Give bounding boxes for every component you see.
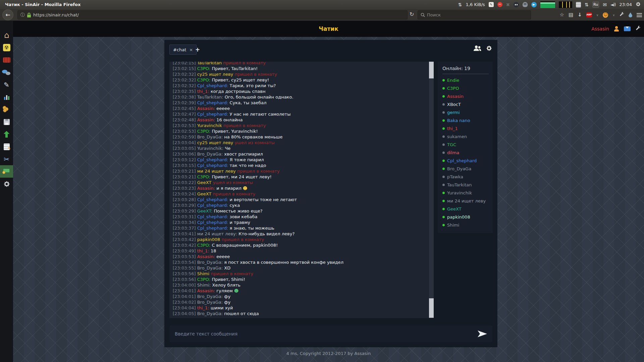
message-username[interactable]: Cpl_shephard: [197, 214, 228, 219]
discord-icon[interactable] [514, 2, 519, 7]
adblock-tray-icon[interactable]: − [497, 2, 502, 7]
message-username[interactable]: ми 24 ищет леву: [197, 231, 237, 236]
message-username[interactable]: су25 ищет леву [197, 140, 233, 145]
online-user-item[interactable]: germi [442, 108, 489, 116]
sidebar-pencil-icon[interactable]: ✎ [0, 78, 13, 91]
sidebar-save-icon[interactable] [0, 116, 13, 128]
network-traffic-icon[interactable]: ⇅ [458, 2, 462, 7]
message-username[interactable]: thi_1: [197, 89, 209, 94]
online-user-item[interactable]: Endie [442, 76, 489, 84]
message-username[interactable]: C3PO: [197, 66, 211, 71]
message-username[interactable]: Bro_DyaGa: [197, 300, 223, 305]
sidebar-settings-icon[interactable] [0, 178, 13, 190]
message-username[interactable]: су25 ищет леву [197, 72, 233, 77]
send-message-icon[interactable] [478, 330, 487, 337]
message-username[interactable]: Shimi: [197, 283, 211, 288]
message-username[interactable]: Cpl_shephard: [197, 112, 228, 117]
message-username[interactable]: C3PO: [197, 277, 211, 282]
message-username[interactable]: ми 24 ищет леву [197, 169, 236, 174]
message-username[interactable]: Bro_DyaGa: [197, 152, 223, 157]
wrench-addon-icon[interactable] [619, 12, 624, 18]
chat-settings-gear-icon[interactable] [486, 45, 492, 53]
message-username[interactable]: Bro_DyaGa: [197, 134, 223, 139]
message-input[interactable] [169, 325, 471, 342]
message-username[interactable]: Cpl_shephard: [197, 83, 228, 88]
message-username[interactable]: Cpl_shephard: [197, 203, 228, 208]
adblock-dropdown-caret[interactable]: ∨ [596, 13, 599, 17]
chat-scrollbar-top-segment[interactable] [429, 62, 434, 78]
emoji-addon-dropdown-caret[interactable]: ∨ [612, 13, 615, 17]
sidebar-money-icon[interactable] [0, 165, 13, 178]
power-gear-icon[interactable] [636, 2, 641, 8]
back-button[interactable]: ← [2, 9, 13, 20]
volume-icon[interactable]: ◄)) [610, 2, 616, 7]
browser-search-bar[interactable]: Поиск [418, 10, 531, 19]
menu-hamburger-icon[interactable] [637, 13, 642, 17]
tab-chat[interactable]: #chat × [169, 45, 197, 55]
message-username[interactable]: Cpl_shephard: [197, 197, 228, 202]
settings-wrench-icon[interactable] [635, 25, 641, 32]
app-x-tray-icon[interactable]: ✖ [506, 2, 510, 7]
online-user-item[interactable]: Assasin [442, 92, 489, 100]
online-user-item[interactable]: TGC [442, 140, 489, 148]
message-username[interactable]: thi_1: [197, 305, 209, 310]
page-info-icon[interactable]: ⓘ [20, 12, 25, 18]
current-username[interactable]: Assasin [591, 26, 609, 32]
message-username[interactable]: GeeXT [197, 191, 212, 196]
clipboard-tray-icon[interactable] [576, 2, 581, 7]
clock[interactable]: 23:04 [620, 2, 632, 7]
message-username[interactable]: thi_1: [197, 248, 209, 253]
message-username[interactable]: C3PO: [197, 77, 211, 82]
sidebar-coins-icon[interactable] [0, 103, 13, 116]
message-username[interactable]: Yuravinchik [197, 123, 222, 128]
reload-button[interactable]: ↻ [410, 11, 414, 17]
sidebar-upload-icon[interactable] [0, 128, 13, 140]
message-username[interactable]: Assasin: [197, 254, 215, 259]
mail-tray-icon[interactable]: ✉ [603, 2, 607, 7]
online-user-item[interactable]: papkin008 [442, 213, 489, 221]
message-username[interactable]: Cpl_shephard: [197, 157, 228, 162]
load-meter[interactable] [559, 1, 572, 8]
online-user-item[interactable]: Bro_DyaGa [442, 165, 489, 173]
message-username[interactable]: Assasin: [197, 106, 215, 111]
message-username[interactable]: TauTarkitan [197, 62, 222, 65]
online-user-item[interactable]: Shimi [442, 221, 489, 229]
online-user-item[interactable]: Cpl_shephard [442, 157, 489, 165]
message-username[interactable]: papkin008 [197, 237, 220, 242]
emoji-addon-icon[interactable]: ☺ [603, 12, 608, 18]
online-user-item[interactable]: pTawka [442, 173, 489, 181]
keyboard-arrows-icon[interactable]: ⇅ [585, 2, 589, 7]
online-user-item[interactable]: GeeXT [442, 205, 489, 213]
message-username[interactable]: Cpl_shephard: [197, 163, 228, 168]
online-user-item[interactable]: Yuravinchik [442, 189, 489, 197]
notes-tray-icon[interactable]: ✎ [489, 2, 494, 7]
message-username[interactable]: Bro_DyaGa: [197, 265, 223, 270]
adblock-plus-icon[interactable]: ABP [586, 12, 592, 17]
bookmark-star-icon[interactable]: ☆ [560, 12, 564, 17]
online-user-item[interactable]: sukamen [442, 132, 489, 140]
message-username[interactable]: Cpl_shephard: [197, 100, 228, 105]
chat-message-area[interactable]: [23:02:15] TauTarkitan пришел в комнату[… [169, 62, 434, 318]
chat-scrollbar[interactable] [429, 62, 434, 318]
system-monitor-graph[interactable] [540, 1, 555, 8]
message-username[interactable]: Cpl_shephard: [197, 220, 228, 225]
message-username[interactable]: C3PO: [197, 129, 211, 134]
message-username[interactable]: GeeXT: [197, 208, 213, 214]
messages-envelope-icon[interactable] [624, 26, 631, 31]
sidebar-stats-icon[interactable] [0, 91, 13, 103]
downloads-icon[interactable]: ↓ [578, 12, 582, 17]
message-username[interactable]: Cpl_shephard: [197, 226, 228, 231]
sidebar-chat-icon[interactable] [0, 66, 13, 78]
sidebar-scissors-icon[interactable]: ✂ [0, 153, 13, 165]
online-user-item[interactable]: Baka nano [442, 116, 489, 124]
message-username[interactable]: Assasin: [197, 186, 215, 191]
chat-scrollbar-thumb[interactable] [429, 298, 434, 318]
sidebar-toggle-icon[interactable]: ▤ [569, 12, 573, 17]
drop-addon-icon[interactable] [629, 12, 632, 17]
sidebar-notes-icon[interactable]: ✎ [0, 140, 13, 153]
online-user-item[interactable]: C3PO [442, 84, 489, 92]
online-user-item[interactable]: XBocT [442, 100, 489, 108]
online-user-item[interactable]: ми 24 ищет леву [442, 197, 489, 205]
profile-icon[interactable] [614, 26, 619, 32]
message-username[interactable]: Bro_DyaGa: [197, 311, 223, 316]
